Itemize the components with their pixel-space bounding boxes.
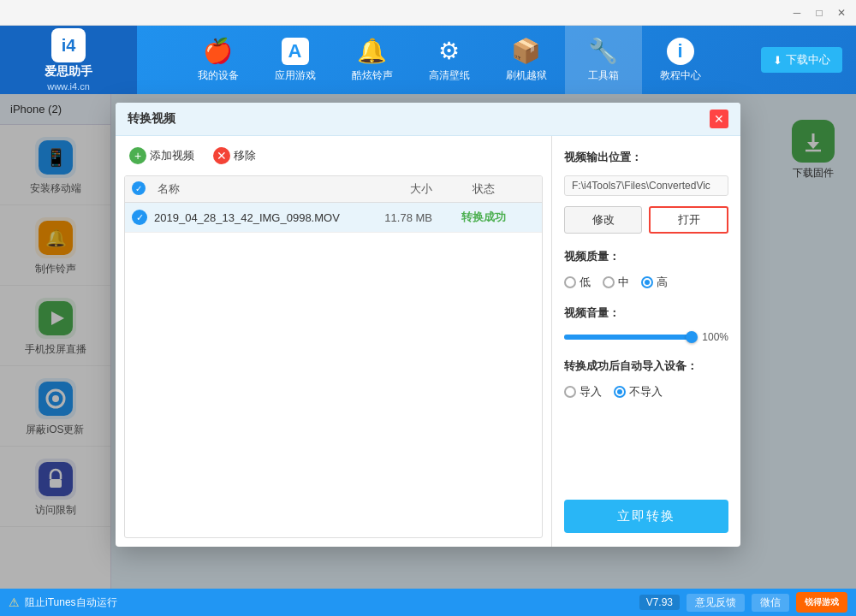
status-success-text: 转换成功: [461, 210, 506, 223]
dialog-body: + 添加视频 ✕ 移除 ✓: [116, 136, 740, 547]
quality-mid[interactable]: 中: [603, 275, 629, 290]
remove-label: 移除: [234, 148, 256, 163]
file-status: 转换成功: [432, 210, 535, 225]
import-yes[interactable]: 导入: [564, 384, 602, 400]
volume-label: 视频音量：: [564, 305, 728, 321]
import-group: 转换成功后自动导入设备： 导入 不导入: [564, 358, 728, 400]
top-navigation: i4 爱思助手 www.i4.cn 🍎 我的设备 A 应用游戏 🔔 酷炫铃声 ⚙…: [0, 26, 856, 94]
volume-slider-thumb[interactable]: [686, 331, 698, 343]
feedback-button[interactable]: 意见反馈: [687, 594, 745, 612]
volume-slider-track[interactable]: [564, 335, 692, 340]
file-size: 11.78 MB: [355, 211, 432, 224]
import-radio-group: 导入 不导入: [564, 384, 728, 400]
quality-label: 视频质量：: [564, 249, 728, 264]
import-no-radio: [614, 386, 626, 398]
nav-item-ringtones[interactable]: 🔔 酷炫铃声: [334, 26, 411, 94]
output-location-group: 视频输出位置： F:\i4Tools7\Files\ConvertedVic 修…: [564, 150, 728, 234]
itunes-icon: ⚠: [9, 595, 20, 609]
modal-overlay: 转换视频 ✕ + 添加视频 ✕ 移除: [0, 94, 856, 589]
quality-radio-group: 低 中 高: [564, 275, 728, 290]
version-badge: V7.93: [639, 595, 680, 610]
quality-high[interactable]: 高: [641, 275, 668, 290]
convert-video-dialog: 转换视频 ✕ + 添加视频 ✕ 移除: [116, 103, 740, 547]
output-path-display: F:\i4Tools7\Files\ConvertedVic: [564, 175, 728, 196]
file-table: ✓ 名称 大小 状态 ✓ 2019_04_28_13_42_IMG_0998.M…: [124, 175, 543, 538]
nav-item-toolbox[interactable]: 🔧 工具箱: [565, 26, 642, 94]
nav-label-toolbox: 工具箱: [588, 68, 619, 83]
table-header: ✓ 名称 大小 状态: [125, 176, 542, 203]
quality-high-radio: [641, 276, 653, 288]
quality-low[interactable]: 低: [564, 275, 591, 290]
nav-items: 🍎 我的设备 A 应用游戏 🔔 酷炫铃声 ⚙ 高清壁纸 📦 刷机越狱 🔧 工具箱…: [137, 26, 761, 94]
apps-icon: A: [282, 38, 309, 65]
quality-high-label: 高: [657, 275, 668, 290]
nav-item-jailbreak[interactable]: 📦 刷机越狱: [488, 26, 565, 94]
table-row[interactable]: ✓ 2019_04_28_13_42_IMG_0998.MOV 11.78 MB…: [125, 203, 542, 233]
logo-text: i4: [62, 36, 76, 56]
info-icon: i: [667, 38, 694, 65]
dialog-left-panel: + 添加视频 ✕ 移除 ✓: [116, 136, 552, 547]
download-center-label: 下载中心: [786, 52, 830, 68]
quality-low-label: 低: [580, 275, 591, 290]
nav-item-apps-games[interactable]: A 应用游戏: [257, 26, 334, 94]
quality-low-radio: [564, 276, 576, 288]
modify-path-button[interactable]: 修改: [564, 206, 642, 234]
dialog-title: 转换视频: [128, 111, 175, 127]
import-yes-label: 导入: [580, 384, 602, 400]
wechat-button[interactable]: 微信: [752, 594, 789, 612]
remove-icon: ✕: [213, 147, 230, 164]
remove-video-button[interactable]: ✕ 移除: [208, 145, 261, 167]
header-size: 大小: [355, 181, 432, 197]
dialog-toolbar: + 添加视频 ✕ 移除: [124, 145, 543, 167]
logo-area: i4 爱思助手 www.i4.cn: [0, 26, 137, 94]
dialog-close-button[interactable]: ✕: [710, 110, 728, 128]
logo-website: www.i4.cn: [47, 81, 90, 92]
maximize-button[interactable]: □: [808, 3, 830, 22]
volume-row: 100%: [564, 331, 728, 343]
dialog-header: 转换视频 ✕: [116, 103, 740, 136]
volume-slider-fill: [564, 335, 692, 340]
brand-name: 爱思助手: [45, 64, 92, 80]
dialog-right-panel: 视频输出位置： F:\i4Tools7\Files\ConvertedVic 修…: [552, 136, 740, 547]
output-label: 视频输出位置：: [564, 150, 728, 165]
nav-label-apps-games: 应用游戏: [275, 68, 316, 83]
nav-item-tutorials[interactable]: i 教程中心: [642, 26, 719, 94]
nav-item-my-device[interactable]: 🍎 我的设备: [180, 26, 257, 94]
volume-group: 视频音量： 100%: [564, 305, 728, 343]
nav-label-wallpaper: 高清壁纸: [429, 68, 470, 83]
download-center-button[interactable]: ⬇ 下载中心: [761, 47, 842, 73]
quality-mid-label: 中: [618, 275, 629, 290]
wallpaper-icon: ⚙: [438, 37, 460, 65]
import-no[interactable]: 不导入: [614, 384, 663, 400]
game-logo: 锐得游戏: [796, 592, 847, 613]
window-close-button[interactable]: ✕: [830, 3, 853, 22]
titlebar: ─ □ ✕: [0, 0, 856, 26]
import-no-label: 不导入: [629, 384, 663, 400]
quality-mid-radio: [603, 276, 615, 288]
nav-label-ringtones: 酷炫铃声: [352, 68, 393, 83]
nav-label-tutorials: 教程中心: [660, 68, 701, 83]
logo-icon: i4: [51, 28, 86, 62]
row-check-icon: ✓: [132, 210, 147, 225]
wrench-icon: 🔧: [588, 37, 618, 65]
nav-item-wallpaper[interactable]: ⚙ 高清壁纸: [411, 26, 488, 94]
header-check-icon: ✓: [132, 181, 146, 195]
add-video-button[interactable]: + 添加视频: [124, 145, 199, 167]
minimize-button[interactable]: ─: [786, 3, 808, 22]
add-icon: +: [129, 147, 146, 164]
header-check-col: ✓: [132, 181, 158, 197]
itunes-text: 阻止iTunes自动运行: [25, 595, 117, 610]
statusbar-left: ⚠ 阻止iTunes自动运行: [9, 595, 633, 610]
file-name: 2019_04_28_13_42_IMG_0998.MOV: [154, 211, 355, 224]
statusbar: ⚠ 阻止iTunes自动运行 V7.93 意见反馈 微信 锐得游戏: [0, 589, 856, 616]
bell-icon: 🔔: [357, 37, 387, 65]
volume-value: 100%: [698, 331, 728, 343]
convert-button[interactable]: 立即转换: [564, 500, 728, 533]
header-status: 状态: [432, 181, 535, 197]
nav-label-jailbreak: 刷机越狱: [506, 68, 547, 83]
header-name: 名称: [158, 181, 355, 197]
open-path-button[interactable]: 打开: [649, 206, 728, 234]
main-area: iPhone (2) 📱 安装移动端 🔔 制作铃声 手机投屏直播 屏蔽iOS更新: [0, 94, 856, 589]
apple-icon: 🍎: [203, 37, 233, 65]
download-icon: ⬇: [773, 54, 782, 67]
